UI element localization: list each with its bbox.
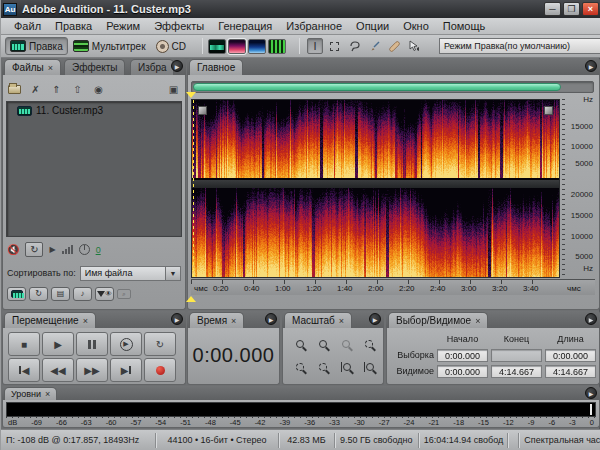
frequency-ruler[interactable]: Hz15000100005000 2000015000100005000Hz — [562, 99, 595, 278]
spectrogram-left-channel[interactable] — [192, 100, 559, 178]
preview-volume-knob-icon[interactable] — [79, 244, 90, 255]
marquee-selection-tool-icon[interactable] — [327, 38, 343, 54]
playhead-marker-top[interactable] — [186, 92, 196, 98]
spectral-phase-display-button[interactable] — [268, 39, 286, 54]
playhead-line[interactable] — [193, 100, 194, 277]
corner-handle-icon[interactable] — [544, 106, 553, 115]
menu-item[interactable]: Окно — [396, 19, 436, 33]
channel-divider[interactable] — [192, 180, 559, 188]
filter-visibility-toggle[interactable]: 👁 — [95, 287, 114, 301]
preview-volume-value[interactable]: 0 — [96, 245, 101, 255]
tab-files[interactable]: Файлы × — [4, 59, 61, 75]
horizontal-scrollbar-track[interactable] — [191, 81, 594, 93]
menu-item[interactable]: Файл — [7, 19, 48, 33]
view-end-field[interactable]: 4:14.667 — [491, 365, 542, 378]
menu-item[interactable]: Помощь — [436, 19, 493, 33]
show-loop-files-toggle[interactable]: ↻ — [29, 287, 48, 301]
go-to-beginning-button[interactable]: ◀ — [8, 358, 40, 382]
tab-close-icon[interactable]: × — [231, 316, 236, 326]
tab-main[interactable]: Главное — [189, 59, 243, 75]
file-list[interactable]: 11. Custer.mp3 — [6, 101, 182, 237]
pause-button[interactable] — [76, 332, 108, 356]
zoom-to-left-edge-button[interactable] — [289, 356, 311, 378]
record-button[interactable] — [144, 358, 176, 382]
minimize-button[interactable]: ─ — [544, 2, 561, 16]
spot-healing-tool-icon[interactable] — [387, 38, 403, 54]
corner-handle-icon[interactable] — [198, 106, 207, 115]
vertical-zoom-out-button[interactable] — [358, 356, 380, 378]
play-button[interactable]: ▶ — [42, 332, 74, 356]
lasso-selection-tool-icon[interactable] — [347, 38, 363, 54]
menu-item[interactable]: Опции — [349, 19, 396, 33]
fast-forward-button[interactable]: ▶▶ — [76, 358, 108, 382]
loop-preview-button[interactable]: ↻ — [25, 242, 43, 257]
dropdown-arrow-icon[interactable]: ▼ — [166, 266, 181, 281]
level-meter[interactable] — [6, 402, 596, 417]
import-file-button[interactable] — [6, 82, 23, 97]
zoom-in-button[interactable] — [289, 333, 311, 355]
show-audio-files-toggle[interactable] — [7, 287, 26, 301]
autoplay-speaker-icon[interactable]: 🔇 — [7, 244, 19, 255]
tab-effects[interactable]: Эффекты — [64, 59, 125, 75]
spectral-pan-display-button[interactable] — [248, 39, 266, 54]
tab-levels[interactable]: Уровни × — [4, 387, 57, 400]
zoom-to-selection-button[interactable] — [358, 333, 380, 355]
tab-favorites[interactable]: Избра — [130, 59, 174, 75]
panel-menu-icon[interactable]: ▶ — [265, 313, 277, 325]
preview-play-icon[interactable]: ▶ — [49, 245, 55, 254]
show-video-files-toggle[interactable]: ▤ — [51, 287, 70, 301]
waveform-display-button[interactable] — [208, 39, 226, 54]
tab-selection[interactable]: Выбор/Видимое × — [388, 312, 488, 328]
brush-tool-icon[interactable] — [367, 38, 383, 54]
tool-mode-dropdown[interactable]: Режим Правка(по умолчанию) ▼ — [439, 38, 600, 54]
tab-close-icon[interactable]: × — [45, 389, 50, 399]
tab-close-icon[interactable]: × — [339, 316, 344, 326]
selection-start-field[interactable]: 0:00.000 — [437, 349, 488, 362]
play-looped-button[interactable]: ↻ — [144, 332, 176, 356]
stop-button[interactable]: ■ — [8, 332, 40, 356]
panel-menu-icon[interactable]: ▶ — [585, 313, 597, 325]
view-start-field[interactable]: 0:00.000 — [437, 365, 488, 378]
menu-item[interactable]: Эффекты — [147, 19, 211, 33]
menu-item[interactable]: Режим — [99, 19, 147, 33]
edit-view-button[interactable]: Правка — [5, 37, 68, 55]
time-selection-tool-icon[interactable]: I — [307, 38, 323, 54]
menu-item[interactable]: Генерация — [211, 19, 279, 33]
extra-filter-badge[interactable]: ⌕ — [117, 289, 131, 299]
spectrogram-right-channel[interactable] — [192, 188, 559, 277]
panel-menu-icon[interactable]: ▶ — [171, 60, 183, 72]
insert-into-cd-button[interactable]: ⇧ — [69, 82, 86, 97]
tab-close-icon[interactable]: × — [48, 63, 53, 73]
view-length-field[interactable]: 4:14.667 — [545, 365, 596, 378]
tab-time[interactable]: Время × — [189, 312, 244, 328]
panel-menu-icon[interactable]: ▶ — [585, 60, 597, 72]
maximize-button[interactable]: ❐ — [563, 2, 580, 16]
play-from-cursor-button[interactable]: ▶ — [110, 332, 142, 356]
close-button[interactable]: × — [582, 2, 599, 16]
menu-item[interactable]: Правка — [48, 19, 99, 33]
spectral-display[interactable] — [191, 99, 560, 278]
file-list-item[interactable]: 11. Custer.mp3 — [7, 102, 181, 118]
timeline-ruler[interactable]: чмс0:200:401:001:201:402:002:202:403:003… — [191, 279, 595, 295]
insert-into-multitrack-button[interactable]: ⇑ — [48, 82, 65, 97]
menu-item[interactable]: Избранное — [279, 19, 349, 33]
spectral-frequency-display-button[interactable] — [228, 39, 246, 54]
panel-menu-icon[interactable]: ▶ — [369, 313, 381, 325]
close-file-button[interactable]: ✗ — [27, 82, 44, 97]
horizontal-scrollbar-thumb[interactable] — [193, 83, 561, 91]
tab-close-icon[interactable]: × — [83, 316, 88, 326]
show-midi-files-toggle[interactable]: ♪ — [73, 287, 92, 301]
panel-menu-icon[interactable]: ▶ — [171, 313, 183, 325]
selection-length-field[interactable]: 0:00.000 — [545, 349, 596, 362]
rewind-button[interactable]: ◀◀ — [42, 358, 74, 382]
tab-transport[interactable]: Перемещение × — [4, 312, 96, 328]
zoom-out-button[interactable] — [312, 333, 334, 355]
playhead-marker-bottom[interactable] — [186, 296, 196, 302]
tab-close-icon[interactable]: × — [475, 316, 480, 326]
vertical-zoom-in-button[interactable] — [335, 356, 357, 378]
cd-view-button[interactable]: CD — [151, 37, 191, 56]
panel-menu-icon[interactable]: ▶ — [585, 387, 597, 399]
zoom-to-right-edge-button[interactable] — [312, 356, 334, 378]
scrub-tool-icon[interactable] — [407, 38, 423, 54]
tab-zoom[interactable]: Масштаб × — [284, 312, 352, 328]
